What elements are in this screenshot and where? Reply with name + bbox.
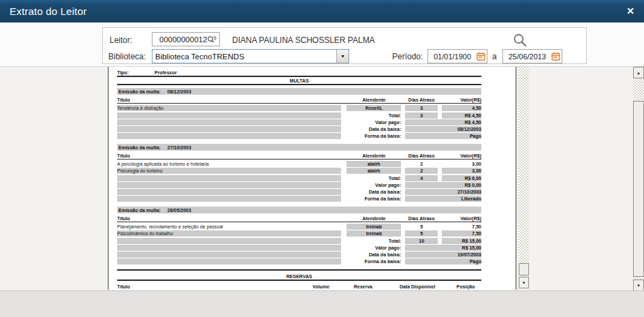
forma-baixa-label: Forma da baixa: bbox=[347, 133, 401, 139]
total-valor-value: R$ 4,50 bbox=[442, 112, 481, 119]
periodo-separator: a bbox=[492, 52, 497, 61]
multa-emission-row: Emissão da multa:28/05/2003 bbox=[117, 207, 481, 213]
multa-emission-row: Emissão da multa:08/12/2003 bbox=[117, 88, 481, 95]
item-atendente: alairh bbox=[347, 161, 401, 167]
close-icon[interactable]: ✕ bbox=[626, 5, 634, 17]
multa-summary: Total:10R$ 15,00Valor pago:R$ 15,00Data … bbox=[117, 238, 481, 265]
forma-baixa-value: Liberado bbox=[405, 196, 481, 202]
multa-item-row: Tendência à distraçãoRoseliL34,50 bbox=[117, 105, 481, 111]
total-valor-value: R$ 15,00 bbox=[442, 238, 481, 244]
scrollbar-thumb[interactable] bbox=[633, 101, 644, 277]
col-header-valor: Valor(R$) bbox=[442, 153, 481, 160]
search-icon[interactable] bbox=[513, 33, 528, 48]
col-header-titulo: Título bbox=[117, 97, 341, 104]
chevron-down-icon[interactable]: ▼ bbox=[336, 50, 349, 63]
periodo-from-input[interactable]: 01/01/1900 bbox=[428, 49, 487, 63]
dialog-footer bbox=[0, 290, 644, 317]
data-baixa-row: Data da baixa:19/07/2003 bbox=[117, 252, 481, 258]
multa-emission-row: Emissão da multa:27/10/2003 bbox=[117, 144, 481, 151]
multas-header-row: TítuloAtendenteDias AtrasoValor(R$) bbox=[117, 153, 481, 160]
total-label: Total: bbox=[347, 175, 401, 181]
reservas-header-row: TítuloVolumeReservaData DisponívelPosiçã… bbox=[117, 284, 481, 290]
multa-item-row: Psicodinâmica do trabalhotreinab57,50 bbox=[117, 230, 481, 237]
valor-pago-value: R$ 0,00 bbox=[405, 182, 481, 188]
data-baixa-row: Data da baixa:08/12/2003 bbox=[117, 126, 481, 132]
forma-baixa-row: Forma da baixa:Pago bbox=[117, 258, 481, 265]
valor-pago-row: Valor pago:R$ 4,50 bbox=[117, 119, 481, 125]
data-baixa-value: 27/10/2003 bbox=[405, 189, 481, 195]
col-header-valor: Valor(R$) bbox=[442, 215, 481, 222]
forma-baixa-label: Forma da baixa: bbox=[347, 196, 401, 202]
scroll-down-icon[interactable]: ▼ bbox=[633, 280, 644, 291]
col-header-valor: Valor(R$) bbox=[442, 97, 481, 104]
item-valor: 4,50 bbox=[442, 105, 481, 111]
item-titulo: Psicodinâmica do trabalho bbox=[117, 230, 341, 237]
item-titulo: A psicologia aplicada ao turismo e hotel… bbox=[117, 161, 341, 167]
col-header-volume: Volume bbox=[304, 284, 337, 290]
dialog-title: Extrato do Leitor bbox=[0, 5, 86, 17]
col-header-dias-atraso: Dias Atraso bbox=[405, 215, 438, 222]
item-dias-atraso: 5 bbox=[405, 224, 438, 230]
data-baixa-row: Data da baixa:27/10/2003 bbox=[117, 189, 481, 195]
periodo-to-input[interactable]: 25/06/2013 bbox=[502, 49, 562, 63]
emissao-date: 28/05/2003 bbox=[167, 207, 191, 213]
tipo-label: Tipo: bbox=[117, 70, 129, 76]
multa-item-row: Psicologia do turismoalairh23,00 bbox=[117, 168, 481, 174]
forma-baixa-row: Forma da baixa:Liberado bbox=[117, 196, 481, 202]
col-header-data-disponivel: Data Disponível bbox=[389, 284, 446, 290]
valor-pago-label: Valor pago: bbox=[347, 182, 401, 188]
scroll-down-icon[interactable]: ▼ bbox=[519, 277, 529, 288]
item-atendente: alairh bbox=[347, 168, 401, 174]
multa-block: Emissão da multa:08/12/2003TítuloAtenden… bbox=[117, 88, 481, 139]
item-valor: 3,00 bbox=[442, 168, 481, 174]
total-row: Total:3R$ 4,50 bbox=[117, 112, 481, 119]
biblioteca-selected-value: Biblioteca TecnoTRENDS bbox=[152, 52, 336, 61]
emissao-date: 08/12/2003 bbox=[167, 89, 191, 95]
report-tipo-row: Tipo:Professor bbox=[117, 70, 481, 77]
item-titulo: Tendência à distração bbox=[117, 105, 341, 111]
multa-item-row: Planejamento, recrutamento e seleção de … bbox=[117, 224, 481, 230]
total-label: Total: bbox=[347, 238, 401, 244]
valor-pago-value: R$ 4,50 bbox=[405, 119, 481, 125]
scroll-up-icon[interactable]: ▲ bbox=[633, 67, 644, 78]
total-dias-value: 10 bbox=[405, 238, 438, 244]
scrollbar-thumb[interactable] bbox=[519, 263, 529, 275]
data-baixa-value: 19/07/2003 bbox=[405, 252, 481, 258]
emissao-label: Emissão da multa: bbox=[117, 207, 161, 213]
total-dias-value: 3 bbox=[405, 112, 438, 119]
biblioteca-label: Biblioteca: bbox=[108, 52, 146, 61]
dialog-vertical-scrollbar[interactable]: ▲ ▼ bbox=[633, 67, 644, 291]
item-atendente: treinab bbox=[347, 230, 401, 237]
reader-lookup-icon[interactable] bbox=[207, 35, 217, 44]
item-titulo: Psicologia do turismo bbox=[117, 168, 341, 174]
report-vertical-scrollbar[interactable]: ▼ bbox=[519, 67, 529, 288]
total-dias-value: 4 bbox=[405, 175, 438, 181]
multas-section-title: MULTAS bbox=[117, 78, 481, 85]
item-dias-atraso: 2 bbox=[405, 168, 438, 174]
biblioteca-select[interactable]: Biblioteca TecnoTRENDS ▼ bbox=[152, 49, 349, 63]
periodo-from-value: 01/01/1900 bbox=[428, 52, 477, 61]
reservas-separator bbox=[117, 269, 481, 271]
col-header-dias-atraso: Dias Atraso bbox=[405, 153, 438, 160]
item-dias-atraso: 3 bbox=[405, 105, 438, 111]
total-label: Total: bbox=[347, 112, 401, 119]
emissao-date: 27/10/2003 bbox=[167, 145, 191, 151]
leitor-code-input[interactable]: 00000000012 bbox=[152, 32, 220, 46]
multas-header-row: TítuloAtendenteDias AtrasoValor(R$) bbox=[117, 97, 481, 104]
total-row: Total:4R$ 6,00 bbox=[117, 175, 481, 181]
calendar-icon[interactable] bbox=[551, 52, 560, 61]
data-baixa-label: Data da baixa: bbox=[347, 126, 401, 132]
leitor-label: Leitor: bbox=[110, 35, 132, 45]
leitor-code-value: 00000000012 bbox=[152, 35, 207, 44]
multa-block: Emissão da multa:28/05/2003TítuloAtenden… bbox=[117, 207, 481, 265]
valor-pago-value: R$ 15,00 bbox=[405, 245, 481, 251]
valor-pago-row: Valor pago:R$ 0,00 bbox=[117, 182, 481, 188]
item-titulo: Planejamento, recrutamento e seleção de … bbox=[117, 224, 341, 230]
emissao-label: Emissão da multa: bbox=[117, 89, 161, 95]
valor-pago-label: Valor pago: bbox=[347, 119, 401, 125]
item-valor: 7,50 bbox=[442, 230, 481, 237]
calendar-icon[interactable] bbox=[477, 52, 485, 61]
item-valor: 3,00 bbox=[442, 161, 481, 167]
periodo-label: Período: bbox=[392, 52, 423, 61]
forma-baixa-value: Pago bbox=[405, 133, 481, 139]
